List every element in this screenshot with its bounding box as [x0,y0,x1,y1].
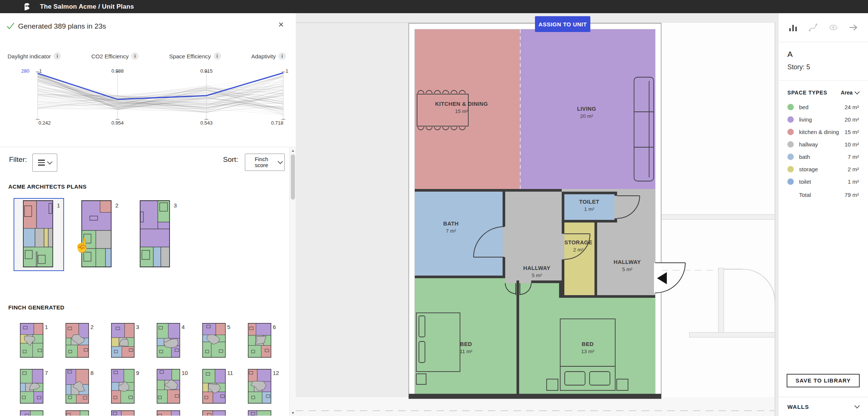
close-icon[interactable]: ✕ [276,21,286,29]
sort-value: Finch score [248,156,275,168]
space-type-row[interactable]: storage 2 m² [778,163,868,175]
plan-number: 3 [136,324,139,330]
unit-name: A [787,50,859,59]
plan-number: 4 [182,324,185,330]
scroll-down-icon[interactable]: ▼ [290,411,296,415]
parallel-coordinates-chart[interactable] [0,67,296,128]
plan-number: 6 [273,324,276,330]
space-type-row[interactable]: kitchen & dining 15 m² [778,126,868,138]
color-dot [787,154,794,160]
color-dot [787,104,794,110]
axis-bottom-tick: 0.718 [266,120,283,126]
info-icon[interactable]: i [278,52,286,60]
finch-plan-thumbnail-11[interactable] [202,369,226,404]
unit-floor-plan[interactable] [296,13,778,416]
chevron-down-icon [854,403,860,408]
finch-plan-thumbnail-10[interactable] [157,369,180,404]
finch-plan-thumbnail-6[interactable] [248,323,271,358]
finch-plan-thumbnail-3[interactable] [111,323,134,358]
total-row: Total 79 m² [778,188,868,201]
acme-plan-thumbnail-1[interactable] [23,200,53,267]
space-type-row[interactable]: hallway 10 m² [778,138,868,151]
plan-number: 7 [45,370,48,376]
finch-plan-thumbnail-2[interactable] [66,323,89,358]
space-type-row[interactable]: toilet 1 m² [778,175,868,188]
axis-bottom-tick: 0.543 [191,120,222,126]
plan-number: 8 [90,370,93,376]
highlight-count-label: 280 [15,68,29,74]
floor-plan-canvas[interactable]: KITCHEN & DINING 15 m² LIVING 20 m² BATH… [296,13,778,416]
top-bar: The Salmon Acme / Unit Plans [0,0,868,13]
plan-number: 12 [273,370,279,376]
axis-top-tick: 0.915 [191,68,222,74]
plan-number: 9 [136,370,139,376]
unit-story: Story: 5 [787,63,859,71]
plan-number: 5 [227,324,230,330]
axis-bottom-tick: 0.242 [38,120,51,126]
metric-label: Space Efficiency [169,53,211,59]
color-dot [787,116,794,123]
plan-number: 2 [115,202,118,209]
info-icon[interactable]: i [214,52,221,60]
finch-plan-thumbnail-9[interactable] [111,369,134,404]
metric-label: Adaptivity [251,53,276,59]
finch-logo-icon[interactable] [22,2,32,12]
walls-section-header[interactable]: WALLS [778,397,868,416]
finch-plan-thumbnail-partial[interactable] [66,410,89,416]
axis-bottom-tick: 0.954 [102,120,133,126]
space-type-row[interactable]: bed 24 m² [778,101,868,113]
scroll-up-icon[interactable]: ▲ [290,149,296,152]
check-icon [6,21,15,30]
finch-plan-thumbnail-partial[interactable] [157,410,180,416]
scrollbar-thumb[interactable] [291,154,295,200]
axis-top-tick: 1 [39,68,42,74]
space-type-row[interactable]: living 20 m² [778,113,868,126]
generation-result-panel: Generated 389 plans in 23s ✕ Daylight in… [0,13,296,147]
area-sort-control[interactable]: Area [841,90,859,96]
plan-number: 11 [227,370,233,376]
plans-panel: Generated 389 plans in 23s ✕ Daylight in… [0,13,296,416]
finch-plan-thumbnail-partial[interactable] [202,410,226,416]
finch-plan-thumbnail-partial[interactable] [248,410,271,416]
finch-plan-thumbnail-partial[interactable] [111,410,134,416]
chart-metric-labels: Daylight indicator i CO2 Efficiency i Sp… [8,52,286,60]
axis-top-tick: 1 [286,68,288,74]
info-icon[interactable]: i [131,52,139,60]
finch-plan-thumbnail-4[interactable] [157,323,180,358]
finch-plan-thumbnail-1[interactable] [20,323,43,358]
filter-lines-icon [38,160,45,166]
flow-curve-icon[interactable] [808,23,818,32]
color-dot [787,178,794,185]
filter-button[interactable] [32,154,57,172]
generation-message: Generated 389 plans in 23s [18,22,106,30]
info-icon[interactable]: i [53,52,61,60]
plan-number: 2 [90,324,93,330]
metric-label: Daylight indicator [8,53,51,59]
arrow-right-icon[interactable] [848,23,858,32]
sort-dropdown[interactable]: Finch score [245,154,285,171]
save-to-library-button[interactable]: SAVE TO LIBRARY [787,374,860,387]
eye-icon[interactable] [828,23,838,32]
color-dot [787,166,794,172]
plan-number: 1 [57,202,60,209]
space-types-heading: SPACE TYPES [787,90,827,96]
plans-scrollbar[interactable]: ▲ ▼ [289,148,296,416]
plan-number: 1 [45,324,48,330]
assign-to-unit-button[interactable]: ASSIGN TO UNIT [535,16,590,32]
finch-plan-thumbnail-partial[interactable] [20,410,43,416]
finch-plan-thumbnail-5[interactable] [202,323,226,358]
acme-plan-thumbnail-3[interactable] [140,200,170,267]
finch-plan-thumbnail-7[interactable] [20,369,43,404]
cursor-pointer-icon: ☝ [74,238,91,253]
metric-label: CO2 Efficiency [92,53,129,59]
acme-plan-thumbnail-2[interactable] [81,200,112,267]
color-dot [787,129,794,135]
axis-top-tick: 0.988 [102,68,133,74]
unit-inspector-panel: A Story: 5 SPACE TYPES Area bed 24 m² li… [778,13,868,416]
finch-plan-thumbnail-8[interactable] [66,369,89,404]
color-dot [787,141,794,148]
bar-chart-icon[interactable] [788,23,798,32]
plan-number: 3 [174,202,177,209]
space-type-row[interactable]: bath 7 m² [778,151,868,163]
finch-plan-thumbnail-12[interactable] [248,369,271,404]
